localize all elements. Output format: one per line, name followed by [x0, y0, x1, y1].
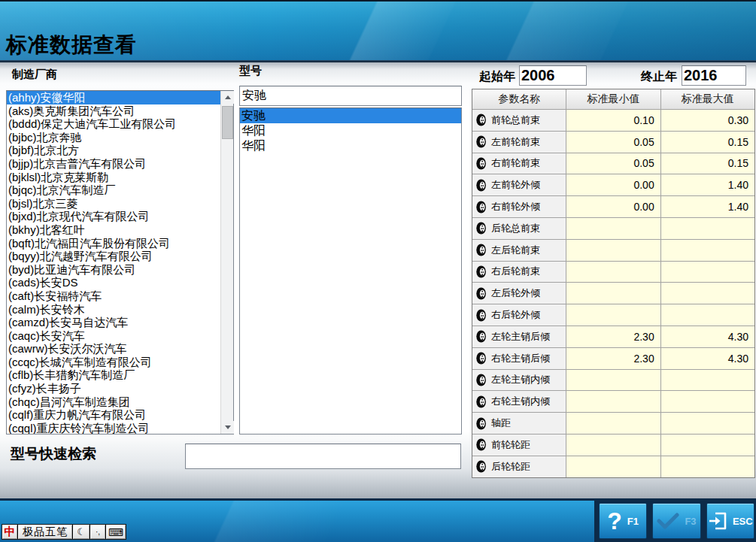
min-value-cell	[566, 413, 660, 434]
wheel-icon	[476, 114, 487, 126]
min-value-cell	[566, 391, 660, 412]
manufacturer-item[interactable]: (calm)长安铃木	[7, 303, 220, 316]
table-row: 右前轮外倾0.001.40	[472, 195, 754, 217]
min-value-cell	[566, 283, 660, 304]
table-row: 左前轮前束0.050.15	[472, 131, 754, 153]
wheel-icon	[476, 157, 487, 170]
max-value-cell: 1.40	[660, 174, 754, 195]
param-name-cell: 左轮主销后倾	[472, 326, 566, 347]
manufacturer-item[interactable]: (bjxd)北京现代汽车有限公司	[7, 210, 220, 223]
wheel-icon	[476, 201, 487, 213]
manufacturer-item[interactable]: (cads)长安DS	[7, 276, 220, 289]
model-listbox[interactable]: 安驰华阳华阳	[239, 107, 462, 435]
manufacturer-item[interactable]: (bjbf)北京北方	[7, 144, 220, 157]
manufacturer-item[interactable]: (cawrw)长安沃尔沃汽车	[7, 342, 220, 356]
title-bar: 标准数据查看	[0, 0, 756, 60]
param-name-cell: 左轮主销内倾	[472, 370, 566, 391]
manufacturer-item[interactable]: (ahhy)安徽华阳	[7, 91, 220, 104]
manufacturer-item[interactable]: (bjjp)北京吉普汽车有限公司	[7, 157, 220, 171]
max-value-cell: 0.15	[660, 153, 754, 174]
ime-name[interactable]: 极品五笔	[18, 525, 72, 539]
manufacturer-item[interactable]: (ccqc)长城汽车制造有限公司	[7, 356, 220, 369]
exit-icon	[708, 511, 727, 531]
manufacturer-item[interactable]: (caqc)长安汽车	[7, 329, 220, 343]
manufacturer-item[interactable]: (cflb)长丰猎豹汽车制造厂	[7, 368, 220, 382]
manufacturer-item[interactable]: (bkhy)北客红叶	[7, 223, 220, 237]
content-area: 制造厂商 (ahhy)安徽华阳(aks)奥克斯集团汽车公司(bddd)保定大迪汽…	[0, 62, 756, 498]
manufacturer-item[interactable]: (bjbc)北京奔驰	[7, 131, 220, 144]
wheel-icon	[476, 352, 487, 365]
wheel-icon	[476, 244, 487, 256]
manufacturer-item[interactable]: (aks)奥克斯集团汽车公司	[7, 104, 220, 118]
max-value-cell: 4.30	[660, 348, 754, 369]
table-row: 前轮总前束0.100.30	[472, 109, 754, 131]
punctuation-icon[interactable]: ·,	[90, 525, 105, 539]
param-name-cell: 右后轮外倾	[472, 304, 566, 326]
start-year-input[interactable]	[519, 65, 587, 86]
table-row: 左轮主销内倾	[472, 369, 754, 391]
min-value-cell	[566, 304, 660, 326]
end-year-input[interactable]	[682, 65, 746, 86]
moon-icon[interactable]: ☾	[73, 525, 90, 539]
model-item[interactable]: 华阳	[240, 138, 461, 153]
manufacturer-item[interactable]: (camzd)长安马自达汽车	[7, 316, 220, 329]
min-value-cell	[566, 262, 660, 283]
max-value-cell	[660, 456, 754, 477]
quick-search-label: 型号快速检索	[11, 444, 96, 464]
manufacturer-scrollbar[interactable]	[220, 91, 233, 434]
end-year-label: 终止年	[641, 69, 677, 85]
max-value-cell	[660, 391, 754, 412]
wheel-icon	[476, 287, 487, 300]
ime-toolbar[interactable]: 中 极品五笔 ☾ ·, ⌨	[2, 524, 126, 540]
max-value-cell: 0.15	[660, 132, 754, 153]
table-row: 右后轮前束	[472, 261, 754, 283]
table-header-row: 参数名称 标准最小值 标准最大值	[472, 89, 754, 109]
manufacturer-item[interactable]: (cqlf)重庆力帆汽车有限公司	[7, 408, 220, 422]
model-input[interactable]	[239, 86, 462, 106]
exit-button[interactable]: ESC	[706, 503, 754, 539]
model-item[interactable]: 安驰	[240, 108, 461, 123]
param-name-cell: 右轮主销内倾	[472, 391, 566, 412]
confirm-button[interactable]: F3	[652, 503, 700, 539]
table-row: 轴距	[472, 412, 754, 434]
wheel-icon	[476, 374, 487, 386]
manufacturer-item[interactable]: (bddd)保定大迪汽车工业有限公司	[7, 117, 220, 131]
min-value-cell	[566, 218, 660, 239]
table-row: 左后轮外倾	[472, 282, 754, 304]
scrollbar-thumb[interactable]	[222, 106, 233, 139]
param-name-header: 参数名称	[472, 89, 566, 109]
min-value-cell	[566, 435, 660, 456]
manufacturer-item[interactable]: (bjqc)北京汽车制造厂	[7, 183, 220, 197]
manufacturer-item[interactable]: (cfyz)长丰扬子	[7, 382, 220, 395]
manufacturer-item[interactable]: (chqc)昌河汽车制造集团	[7, 395, 220, 409]
param-name-cell: 前轮轮距	[472, 435, 566, 456]
manufacturer-item[interactable]: (bqft)北汽福田汽车股份有限公司	[7, 237, 220, 250]
keyboard-icon[interactable]: ⌨	[106, 525, 126, 539]
manufacturer-item[interactable]: (caft)长安福特汽车	[7, 289, 220, 303]
table-row: 右轮主销内倾	[472, 390, 754, 412]
max-value-cell	[660, 218, 754, 239]
table-row: 右前轮前束0.050.15	[472, 153, 754, 174]
ime-language-icon[interactable]: 中	[2, 525, 17, 539]
scroll-up-icon[interactable]	[221, 91, 234, 104]
param-name-cell: 右前轮前束	[472, 153, 566, 174]
param-name-cell: 右后轮前束	[472, 262, 566, 283]
manufacturer-item[interactable]: (cqql)重庆庆铃汽车制造公司	[7, 422, 220, 434]
help-button[interactable]: ? F1	[599, 503, 647, 539]
wheel-icon	[476, 179, 487, 192]
scroll-down-icon[interactable]	[221, 421, 234, 434]
model-quick-search-input[interactable]	[185, 444, 461, 469]
table-row: 右后轮外倾	[472, 304, 754, 326]
max-value-cell	[660, 413, 754, 434]
min-value-cell	[566, 240, 660, 261]
manufacturer-item[interactable]: (bqyy)北汽越野汽车有限公司	[7, 250, 220, 263]
model-item[interactable]: 华阳	[240, 123, 461, 138]
table-row: 后轮总前束	[472, 217, 754, 239]
manufacturer-item[interactable]: (bjklsl)北京克莱斯勒	[7, 171, 220, 184]
max-value-cell	[660, 262, 754, 283]
manufacturer-listbox[interactable]: (ahhy)安徽华阳(aks)奥克斯集团汽车公司(bddd)保定大迪汽车工业有限…	[6, 90, 234, 435]
max-value-cell	[660, 435, 754, 456]
param-name-cell: 左前轮前束	[472, 132, 566, 153]
manufacturer-item[interactable]: (byd)比亚迪汽车有限公司	[7, 263, 220, 277]
manufacturer-item[interactable]: (bjsl)北京三菱	[7, 197, 220, 210]
